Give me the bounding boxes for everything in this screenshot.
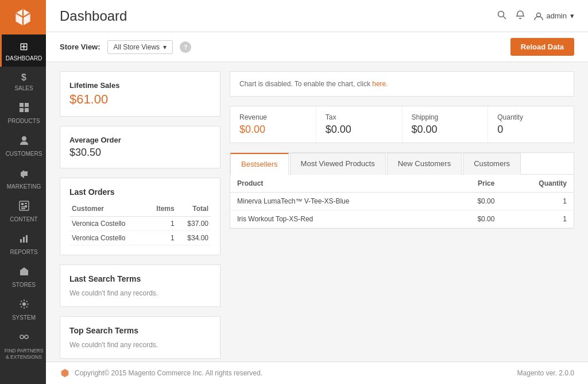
metric-label: Quantity [497, 113, 564, 121]
average-order-label: Average Order [69, 136, 211, 144]
svg-point-18 [22, 302, 26, 306]
sidebar-item-label: FIND PARTNERS& EXTENSIONS [5, 348, 44, 359]
products-table: Product Price Quantity Minerva LumaTech™… [230, 175, 574, 228]
sidebar-item-label: REPORTS [10, 249, 37, 256]
metric-value: 0 [497, 124, 564, 136]
user-label: admin [547, 11, 567, 20]
metric-label: Tax [326, 113, 393, 121]
extensions-icon [19, 332, 29, 345]
content-area: Store View: All Store Views ▾ ? Reload D… [46, 32, 588, 362]
tab-new_customers[interactable]: New Customers [387, 153, 462, 175]
svg-rect-13 [20, 239, 22, 243]
col-items: Items [146, 202, 176, 217]
col-quantity: Quantity [501, 175, 574, 193]
chart-notice: Chart is disabled. To enable the chart, … [230, 71, 574, 97]
chart-enable-link[interactable]: here. [372, 80, 388, 88]
sidebar-item-content[interactable]: CONTENT [0, 195, 46, 228]
svg-marker-5 [21, 170, 24, 178]
metric-item: Quantity 0 [488, 106, 574, 143]
user-menu-button[interactable]: admin ▾ [534, 11, 574, 21]
tabs-header: BestsellersMost Viewed ProductsNew Custo… [230, 153, 574, 175]
metric-label: Shipping [412, 113, 479, 121]
sidebar-item-reports[interactable]: REPORTS [0, 228, 46, 260]
sidebar-item-sales[interactable]: $ SALES [0, 67, 46, 97]
topbar: Dashboard admin ▾ [46, 0, 588, 32]
col-total: Total [177, 202, 211, 217]
svg-rect-11 [21, 206, 27, 208]
page-title: Dashboard [60, 8, 127, 24]
user-dropdown-icon: ▾ [570, 11, 574, 20]
sales-icon: $ [21, 72, 26, 83]
sidebar: ⊞ DASHBOARD $ SALES PRODUCTS CUSTOMERS [0, 0, 46, 384]
svg-rect-10 [25, 205, 27, 206]
sidebar-item-extensions[interactable]: FIND PARTNERS& EXTENSIONS [0, 326, 46, 364]
sidebar-item-marketing[interactable]: MARKETING [0, 162, 46, 195]
right-panel: Chart is disabled. To enable the chart, … [230, 71, 574, 359]
sidebar-item-customers[interactable]: CUSTOMERS [0, 129, 46, 162]
svg-rect-6 [24, 171, 28, 176]
metric-item: Revenue $0.00 [230, 106, 316, 143]
metrics-row: Revenue $0.00 Tax $0.00 Shipping $0.00 Q… [230, 106, 574, 143]
customers-icon [19, 135, 29, 148]
help-icon[interactable]: ? [180, 41, 191, 53]
tab-customers[interactable]: Customers [463, 153, 521, 175]
products-icon [19, 102, 29, 116]
store-view-label: Store View: [60, 43, 100, 51]
top-search-block: Top Search Terms We couldn't find any re… [60, 316, 220, 359]
sidebar-item-label: SYSTEM [12, 314, 36, 321]
last-search-title: Last Search Terms [69, 274, 211, 283]
sidebar-item-label: STORES [12, 282, 36, 289]
footer: Copyright© 2015 Magento Commerce Inc. Al… [46, 362, 588, 384]
svg-rect-12 [21, 208, 25, 209]
table-row: Veronica Costello 1 $37.00 [69, 217, 211, 231]
stores-icon [19, 266, 29, 279]
lifetime-sales-label: Lifetime Sales [69, 81, 211, 90]
marketing-icon [19, 168, 29, 181]
panels-row: Lifetime Sales $61.00 Average Order $30.… [60, 71, 574, 359]
sidebar-logo [0, 0, 46, 34]
reports-icon [19, 233, 29, 247]
svg-rect-9 [25, 203, 27, 204]
metric-item: Shipping $0.00 [403, 106, 489, 143]
store-view-select[interactable]: All Store Views ▾ [107, 40, 173, 54]
product-price: $0.00 [448, 210, 501, 228]
metric-value: $0.00 [412, 124, 479, 136]
product-price: $0.00 [448, 193, 501, 210]
tab-most_viewed[interactable]: Most Viewed Products [290, 153, 386, 175]
order-total: $37.00 [177, 217, 211, 231]
col-product: Product [230, 175, 448, 193]
table-row: Veronica Costello 1 $34.00 [69, 231, 211, 245]
svg-marker-17 [20, 267, 29, 271]
svg-rect-14 [23, 237, 25, 243]
sidebar-item-dashboard[interactable]: ⊞ DASHBOARD [0, 34, 46, 67]
order-customer: Veronica Costello [69, 231, 146, 245]
product-name: Iris Workout Top-XS-Red [230, 210, 448, 228]
sidebar-item-system[interactable]: SYSTEM [0, 293, 46, 326]
product-quantity: 1 [501, 210, 574, 228]
store-view-dropdown-icon: ▾ [163, 43, 167, 51]
last-search-block: Last Search Terms We couldn't find any r… [60, 264, 220, 307]
last-orders-title: Last Orders [69, 187, 211, 197]
order-items: 1 [146, 217, 176, 231]
svg-rect-15 [26, 235, 28, 243]
dashboard-body: Lifetime Sales $61.00 Average Order $30.… [46, 62, 588, 362]
left-panel: Lifetime Sales $61.00 Average Order $30.… [60, 71, 220, 359]
main-content: Dashboard admin ▾ [46, 0, 588, 384]
notification-icon[interactable] [516, 10, 525, 22]
chart-notice-text: Chart is disabled. To enable the chart, … [239, 80, 372, 88]
svg-line-23 [503, 16, 506, 19]
average-order-block: Average Order $30.50 [60, 126, 220, 168]
reload-data-button[interactable]: Reload Data [510, 38, 574, 56]
search-icon[interactable] [497, 10, 506, 22]
lifetime-sales-value: $61.00 [69, 92, 211, 107]
footer-logo: Copyright© 2015 Magento Commerce Inc. Al… [60, 368, 262, 378]
order-items: 1 [146, 231, 176, 245]
sidebar-item-products[interactable]: PRODUCTS [0, 97, 46, 129]
product-name: Minerva LumaTech™ V-Tee-XS-Blue [230, 193, 448, 210]
sidebar-item-label: SALES [14, 85, 33, 92]
metric-value: $0.00 [326, 124, 393, 136]
top-search-title: Top Search Terms [69, 326, 211, 335]
tab-bestsellers[interactable]: Bestsellers [230, 153, 289, 175]
last-search-desc: We couldn't find any records. [69, 289, 211, 297]
sidebar-item-stores[interactable]: STORES [0, 260, 46, 293]
